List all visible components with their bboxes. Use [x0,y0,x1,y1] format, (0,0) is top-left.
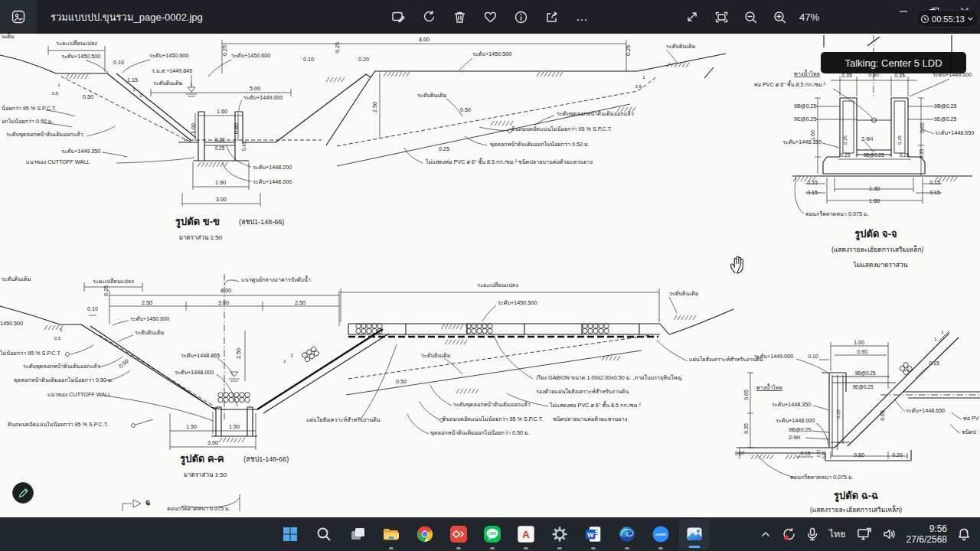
drawing-label: 0.25 [841,152,851,158]
notification-bell-icon[interactable]: z [952,519,980,549]
fullscreen-icon[interactable] [678,3,706,31]
edit-image-button[interactable] [384,3,412,31]
drawing-label: 1.90 [215,179,226,186]
drawing-label: ดินถมบดอัดแน่นไม่น้อยกว่า 95 % S.P.C.T. [443,416,543,422]
drawing-label: ชนิดปลายบานต่อด้วยแหวนยาง [553,416,627,422]
drawing-label: 0.65 [880,410,885,421]
gabion-stone [218,397,223,402]
drawing-label: มาตราส่วน 1:50 [184,471,227,478]
chrome-button[interactable] [408,517,442,551]
ground-hatch [384,72,410,77]
more-options-button[interactable]: … [568,3,596,31]
drawing-label: 0.20 [358,56,369,63]
gabion-stone [902,361,909,368]
recording-timer: 00:55:13 [932,15,965,24]
drawing-label: 0.25 [439,145,449,152]
drawing-label: ไม่น้อยกว่า 95 % S.P.C.T. [0,350,61,357]
fit-to-window-icon[interactable] [707,3,735,31]
gabion-stone [367,324,371,328]
red-diamond-app-button[interactable] [442,517,475,551]
rotate-button[interactable] [415,3,443,31]
drawing-label: 0.65 [920,122,925,133]
favorite-button[interactable] [476,3,504,31]
word-button[interactable]: W [577,517,610,551]
zoom-out-icon[interactable] [737,3,764,31]
photos-app-icon[interactable] [0,0,37,34]
drawing-label: 1.00 [190,123,197,134]
drawing-label: แผ่นใยสังเคราะห์สำหรับงานดิน [689,356,763,363]
language-indicator[interactable]: ไทย [824,519,851,549]
running-indicator [591,547,596,549]
info-button[interactable] [507,3,534,31]
file-explorer-button[interactable] [374,517,408,551]
svg-text:LINE: LINE [488,532,496,536]
acrobat-button[interactable]: A [509,517,543,551]
drawing-label: 0.20 [892,452,903,458]
active-indicator [689,546,701,548]
svg-text:A: A [522,529,530,540]
drawing-label: 8.00 [419,36,430,43]
drawing-label: ระดับ+1450.600 [231,52,270,59]
search-button[interactable] [307,517,341,551]
screen-record-indicator[interactable] [776,519,801,549]
gabion-stone [356,324,361,328]
gabion-stone [899,365,906,372]
zoom-app-button[interactable]: zoom [644,517,678,551]
drawing-label: ไม่แสดงมาตราส่วน [852,261,907,269]
drawing-label: ระดับ+1448.000 [776,417,815,424]
drawing-label: ระดับดินเดิม [421,352,451,359]
gabion-stone [234,397,239,402]
drawing-label: 0.25 [843,135,848,145]
gabion-stone [361,324,366,328]
drawing-label: ระดับ+1449.350 [61,148,100,155]
drawing-label: ระดับ+1450.500 [61,53,100,60]
zoom-in-icon[interactable] [766,3,793,31]
drawing-label: 1 [290,353,293,357]
drawing-label: รูปตัด ฉ-ฉ [834,490,878,502]
gabion-stone [488,328,492,333]
photos-app-button[interactable] [679,519,710,549]
drawing-label: 0.65 [743,390,749,400]
annotate-pencil-button[interactable] [12,482,34,504]
drawing-label: ระดับดินเดิม [153,80,183,86]
task-view-button[interactable] [341,517,374,551]
drawing-label: 2-9H [789,435,800,440]
drawing-label: 9B@0.25 [789,427,811,432]
svg-text:z: z [966,529,969,533]
edge-button[interactable] [610,517,644,551]
settings-button[interactable] [543,517,577,551]
display-pen-icon[interactable] [851,519,877,549]
drawing-label: 1.30 [869,185,880,192]
start-button[interactable] [273,517,307,551]
image-viewer-canvas[interactable]: นเดิมระยะเปลี่ยนแปลง8.000.250.25ระดับ+14… [0,34,980,517]
running-indicator [557,547,562,549]
drawing-label: อกไม่น้อยกว่า 0.50 ม. [2,118,54,125]
recording-timer-widget[interactable]: 00:55:13 [916,10,978,28]
drawing-label: 1 [934,337,937,341]
drawing-label: 8.00 [220,287,231,294]
gabion-stone [224,397,228,402]
gabion-stone [472,328,476,333]
drawing-label: น้อยกว่า 95 % S.P.C.T. [2,105,57,112]
drawing-label: 2.50 [142,299,152,306]
line-app-button[interactable]: LINE [475,517,509,551]
minimize-button[interactable] [888,0,919,23]
clock-date[interactable]: 9:56 27/6/2568 [902,519,952,549]
drawing-label: ระดับขุดลอกหน้าดินเดิมออกแล้ว [23,363,100,370]
drawing-label: ระดับ+1448.650 [935,129,974,136]
drawing-label: 0.25 [897,135,902,145]
drawing-label: ระยะเปลี่ยนแปลง [93,278,133,285]
share-button[interactable] [537,3,565,31]
taskbar: LINE A W zoom ไทย 9:56 27/6/2568 z [0,517,980,551]
drawing-label: ระยะเปลี่ยนแปลง [56,40,96,47]
gabion-stone [361,328,366,333]
speaker-icon[interactable] [877,519,902,549]
drawing-label: ไม่แสดงท่อ PVC ø 6" ชั้น 8.5 กก./ซม.² [549,401,641,409]
gabion-stone [372,324,377,328]
drawing-label: แผ่นใยสังเคราะห์สำหรับงานดิน [306,416,381,423]
microphone-icon[interactable] [801,519,824,549]
delete-button[interactable] [446,3,473,31]
titlebar: รวมแบบปป.ขุนรวม_page-0002.jpg … 47% 00:5… [0,0,980,34]
ground-hatch [219,438,245,442]
tray-chevron-up[interactable] [755,519,776,549]
